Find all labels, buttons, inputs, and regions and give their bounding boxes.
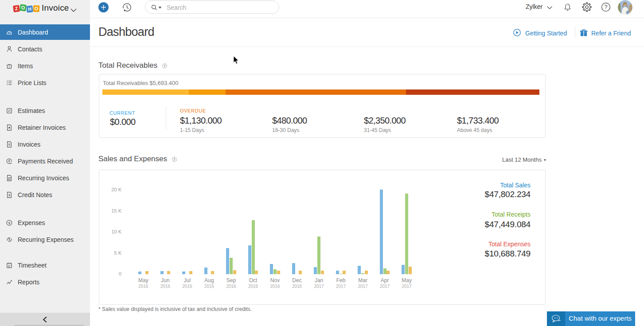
svg-text:$: $ [8, 238, 10, 241]
svg-text:$: $ [8, 159, 11, 163]
svg-text:?: ? [605, 4, 608, 10]
svg-text:$: $ [8, 221, 11, 225]
svg-text:$: $ [8, 193, 11, 197]
